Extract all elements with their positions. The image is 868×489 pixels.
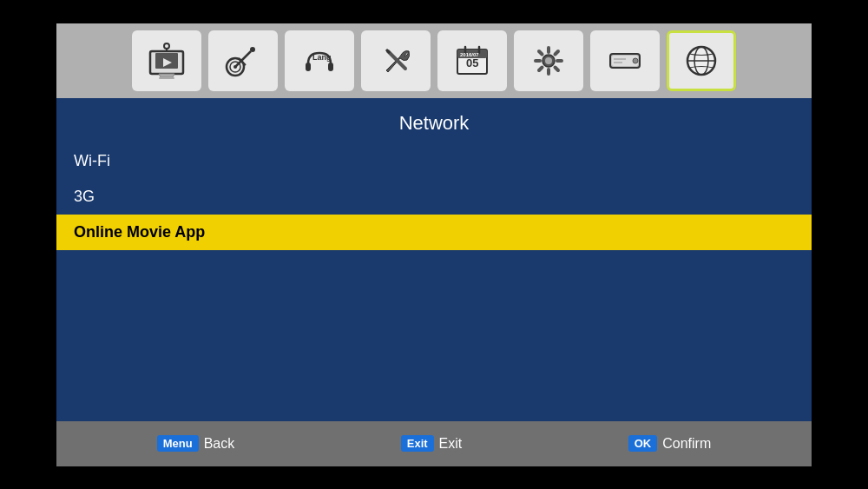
svg-text:Lang: Lang <box>312 53 332 62</box>
svg-line-30 <box>539 51 542 55</box>
svg-rect-3 <box>159 77 174 79</box>
main-area: Network Wi-Fi 3G Online Movie App <box>56 98 812 421</box>
svg-point-25 <box>545 57 552 64</box>
ok-confirm-label: Confirm <box>662 436 711 452</box>
icon-btn-language[interactable]: Lang <box>285 30 354 91</box>
ok-badge: OK <box>628 435 658 452</box>
bottom-bar: Menu Back Exit Exit OK Confirm <box>56 421 812 466</box>
icon-btn-tv[interactable] <box>132 30 201 91</box>
menu-item-online-movie[interactable]: Online Movie App <box>56 215 812 250</box>
exit-badge: Exit <box>401 435 434 452</box>
exit-label: Exit <box>439 436 463 452</box>
svg-marker-2 <box>159 74 174 77</box>
svg-line-33 <box>539 67 542 70</box>
svg-line-32 <box>556 51 559 55</box>
icon-btn-tools[interactable] <box>361 30 431 91</box>
menu-badge: Menu <box>157 435 199 452</box>
svg-rect-13 <box>306 63 311 71</box>
svg-line-31 <box>556 67 559 70</box>
ok-confirm-button[interactable]: OK Confirm <box>628 435 712 452</box>
svg-point-36 <box>633 58 638 63</box>
icon-btn-calendar[interactable]: 2016/07 05 <box>437 30 507 91</box>
icon-bar: Lang 2016/07 05 <box>56 23 812 98</box>
screen: Lang 2016/07 05 <box>56 23 812 466</box>
menu-back-button[interactable]: Menu Back <box>157 435 235 452</box>
svg-text:05: 05 <box>466 56 478 69</box>
exit-button[interactable]: Exit Exit <box>401 435 463 452</box>
icon-btn-settings[interactable] <box>514 30 583 91</box>
menu-item-wifi[interactable]: Wi-Fi <box>56 143 812 179</box>
section-title: Network <box>56 98 812 143</box>
icon-btn-network[interactable] <box>667 30 736 91</box>
icon-btn-satellite[interactable] <box>208 30 278 91</box>
icon-btn-storage[interactable] <box>590 30 660 91</box>
menu-item-3g[interactable]: 3G <box>56 179 812 215</box>
svg-rect-14 <box>328 63 333 71</box>
menu-back-label: Back <box>204 436 235 452</box>
svg-point-11 <box>250 47 255 52</box>
svg-point-4 <box>164 43 169 49</box>
menu-list: Wi-Fi 3G Online Movie App <box>56 143 812 250</box>
